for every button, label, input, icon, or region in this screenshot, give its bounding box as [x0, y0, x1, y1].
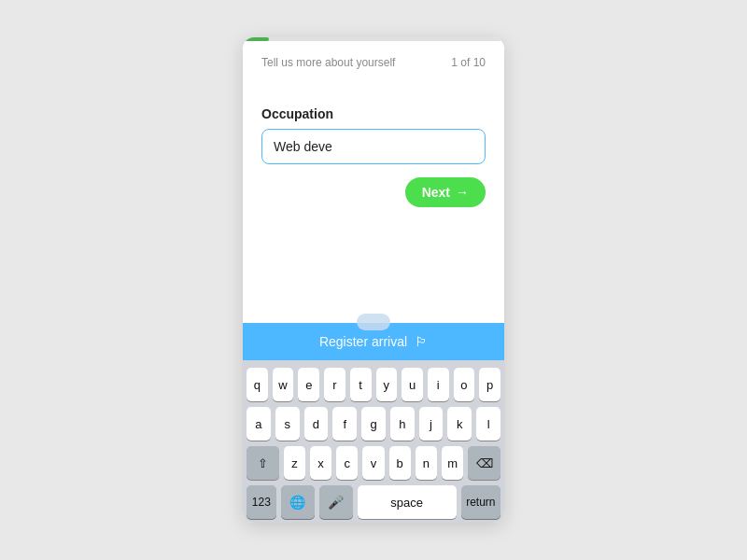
globe-key[interactable]: 🌐: [281, 485, 315, 519]
keyboard-row-2: a s d f g h j k l: [247, 407, 500, 441]
key-v[interactable]: v: [362, 446, 384, 480]
backspace-key[interactable]: ⌫: [468, 446, 500, 480]
key-t[interactable]: t: [350, 368, 372, 401]
key-u[interactable]: u: [402, 368, 423, 401]
shift-key[interactable]: ⇧: [247, 446, 279, 480]
key-p[interactable]: p: [479, 368, 500, 401]
key-l[interactable]: l: [476, 407, 500, 441]
keyboard-row-4: 123 🌐 🎤 space return: [247, 485, 500, 519]
key-a[interactable]: a: [247, 407, 271, 441]
header-title: Tell us more about yourself: [261, 56, 395, 69]
key-z[interactable]: z: [284, 446, 305, 480]
form-area: Tell us more about yourself 1 of 10 Occu…: [243, 41, 504, 323]
header-row: Tell us more about yourself 1 of 10: [261, 56, 486, 69]
key-d[interactable]: d: [304, 407, 329, 441]
occupation-input[interactable]: [261, 129, 486, 164]
phone-container: Tell us more about yourself 1 of 10 Occu…: [243, 37, 504, 523]
register-bar-text: Register arrival: [319, 334, 407, 349]
occupation-label: Occupation: [261, 106, 486, 121]
key-f[interactable]: f: [332, 407, 357, 441]
key-j[interactable]: j: [419, 407, 444, 441]
key-e[interactable]: e: [298, 368, 319, 401]
keyboard-row-3: ⇧ z x c v b n m ⌫: [247, 446, 500, 480]
header-step: 1 of 10: [451, 56, 486, 69]
register-bar-handle: [357, 314, 390, 330]
mic-key[interactable]: 🎤: [319, 485, 353, 519]
key-y[interactable]: y: [376, 368, 398, 401]
key-m[interactable]: m: [442, 446, 463, 480]
key-n[interactable]: n: [416, 446, 437, 480]
key-k[interactable]: k: [447, 407, 472, 441]
key-b[interactable]: b: [389, 446, 411, 480]
num-key[interactable]: 123: [247, 485, 276, 519]
key-h[interactable]: h: [390, 407, 415, 441]
key-s[interactable]: s: [275, 407, 300, 441]
register-bar[interactable]: Register arrival 🏳: [243, 323, 504, 360]
return-key[interactable]: return: [461, 485, 500, 519]
key-q[interactable]: q: [247, 368, 268, 401]
register-bar-flag-icon: 🏳: [415, 334, 428, 349]
key-c[interactable]: c: [336, 446, 358, 480]
key-g[interactable]: g: [361, 407, 386, 441]
next-label: Next: [422, 185, 450, 200]
next-button-row: Next →: [261, 177, 486, 207]
key-i[interactable]: i: [428, 368, 449, 401]
key-r[interactable]: r: [324, 368, 345, 401]
key-o[interactable]: o: [454, 368, 475, 401]
space-key[interactable]: space: [358, 485, 457, 519]
keyboard-row-1: q w e r t y u i o p: [247, 368, 500, 401]
keyboard: q w e r t y u i o p a s d f g h j k l ⇧ …: [243, 360, 504, 523]
next-arrow-icon: →: [456, 185, 469, 200]
next-button[interactable]: Next →: [405, 177, 486, 207]
key-w[interactable]: w: [273, 368, 294, 401]
key-x[interactable]: x: [310, 446, 331, 480]
